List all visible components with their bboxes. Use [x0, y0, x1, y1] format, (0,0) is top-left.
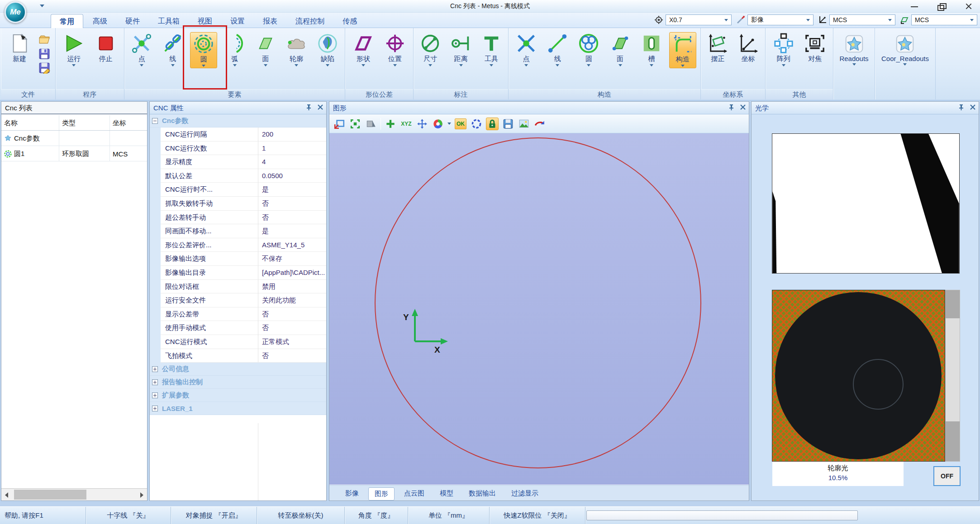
- restore-button[interactable]: [937, 2, 947, 10]
- column-header-name[interactable]: 名称: [1, 115, 59, 130]
- tab-settings[interactable]: 设置: [222, 14, 253, 30]
- run-button[interactable]: 运行: [60, 32, 87, 67]
- color-wheel-button[interactable]: [432, 118, 444, 130]
- property-row[interactable]: 使用手动模式否: [150, 321, 326, 335]
- property-row[interactable]: 运行安全文件关闭此功能: [150, 293, 326, 307]
- gdt-position-button[interactable]: 位置: [381, 32, 409, 67]
- view-tab-graphics[interactable]: 图形: [368, 487, 395, 500]
- view-tab-model[interactable]: 模型: [434, 487, 459, 500]
- status-angle-unit[interactable]: 角度 『度』: [345, 507, 408, 524]
- property-value[interactable]: 1: [258, 142, 326, 156]
- light-off-button[interactable]: OFF: [933, 466, 961, 486]
- property-value[interactable]: 是: [258, 183, 326, 197]
- measured-circle[interactable]: [375, 137, 701, 468]
- property-row[interactable]: 默认公差0.0500: [150, 169, 326, 183]
- property-value[interactable]: 否: [258, 307, 326, 321]
- gdt-shape-button[interactable]: 形状: [350, 32, 377, 67]
- property-value[interactable]: 是: [258, 224, 326, 238]
- property-row[interactable]: 抓取失败转手动否: [150, 197, 326, 211]
- property-category-extended-params[interactable]: 扩展参数: [150, 389, 326, 402]
- property-value[interactable]: 否: [258, 349, 326, 363]
- property-category-company-info[interactable]: 公司信息: [150, 363, 326, 376]
- view-tab-image[interactable]: 影像: [339, 487, 365, 500]
- save-view-button[interactable]: [502, 118, 514, 130]
- light-intensity-slider[interactable]: [945, 290, 960, 462]
- close-icon[interactable]: [740, 104, 746, 110]
- new-button[interactable]: 新建: [6, 32, 33, 64]
- pin-icon[interactable]: [958, 104, 964, 110]
- flip-image-button[interactable]: [365, 118, 377, 130]
- scene-background-button[interactable]: [518, 118, 530, 130]
- magnification-dropdown[interactable]: X0.7: [666, 14, 732, 25]
- property-row[interactable]: 显示公差带否: [150, 307, 326, 321]
- construct-circle-button[interactable]: 圆: [575, 32, 602, 67]
- zoom-window-button[interactable]: [333, 118, 346, 130]
- property-row[interactable]: 限位对话框禁用: [150, 280, 326, 294]
- property-value[interactable]: 否: [258, 197, 326, 211]
- xyz-readout-button[interactable]: XYZ: [400, 118, 413, 130]
- tab-hardware[interactable]: 硬件: [117, 14, 148, 30]
- property-row[interactable]: 影像输出目录[AppPath]\CADPict...: [150, 266, 326, 280]
- distance-button[interactable]: 距离: [447, 32, 475, 67]
- feature-circle-button[interactable]: 圆: [190, 32, 217, 68]
- property-row[interactable]: CNC运行时不...是: [150, 183, 326, 197]
- tab-home[interactable]: 常用: [51, 14, 83, 30]
- feature-line-button[interactable]: 线: [159, 32, 186, 67]
- collapse-icon[interactable]: [152, 118, 158, 124]
- readouts-button[interactable]: Readouts: [839, 32, 868, 66]
- status-length-unit[interactable]: 单位 『mm』: [408, 507, 490, 524]
- property-value[interactable]: 200: [258, 127, 326, 142]
- cnc-list-row-circle1[interactable]: 圆1 环形取圆 MCS: [1, 146, 147, 161]
- coordinate-system-dropdown[interactable]: MCS: [829, 14, 895, 25]
- edge-detection-preview[interactable]: [772, 133, 960, 274]
- property-category-cnc-params[interactable]: Cnc参数: [150, 114, 326, 127]
- expand-icon[interactable]: [152, 406, 158, 411]
- save-as-button[interactable]: [38, 62, 50, 74]
- property-value[interactable]: 禁用: [258, 280, 326, 294]
- property-value[interactable]: [AppPath]\CADPict...: [258, 266, 326, 280]
- feature-defect-button[interactable]: 缺陷: [314, 32, 341, 67]
- feature-point-button[interactable]: 点: [128, 32, 155, 67]
- scroll-left-arrow-icon[interactable]: [1, 489, 13, 500]
- construct-slot-button[interactable]: 槽: [638, 32, 665, 67]
- dropdown-caret-icon[interactable]: [447, 123, 451, 125]
- close-icon[interactable]: [970, 104, 976, 110]
- construct-plane-button[interactable]: 面: [607, 32, 634, 67]
- tab-toolbox[interactable]: 工具箱: [149, 14, 188, 30]
- expand-icon[interactable]: [152, 379, 158, 385]
- status-crosshair-toggle[interactable]: 十字线 『关』: [86, 507, 171, 524]
- property-value[interactable]: ASME_Y14_5: [258, 238, 326, 252]
- property-value[interactable]: 否: [258, 211, 326, 225]
- app-logo[interactable]: Me: [5, 1, 26, 23]
- graphics-canvas[interactable]: Y X: [329, 133, 749, 485]
- view-tab-data-output[interactable]: 数据输出: [463, 487, 502, 500]
- view-tab-pointcloud[interactable]: 点云图: [398, 487, 430, 500]
- property-value[interactable]: 否: [258, 321, 326, 335]
- column-header-coord[interactable]: 坐标: [110, 115, 147, 130]
- fit-view-button[interactable]: [349, 118, 362, 130]
- cnc-list-row-params[interactable]: Cnc参数: [1, 131, 147, 146]
- property-value[interactable]: 关闭此功能: [258, 293, 326, 307]
- property-row[interactable]: CNC运行间隔200: [150, 127, 326, 142]
- property-row[interactable]: 影像输出选项不保存: [150, 252, 326, 266]
- tab-view[interactable]: 视图: [189, 14, 221, 30]
- property-value[interactable]: 0.0500: [258, 169, 326, 183]
- close-button[interactable]: [964, 2, 974, 10]
- save-button[interactable]: [38, 48, 50, 60]
- horizontal-scrollbar[interactable]: [1, 488, 147, 500]
- pan-view-button[interactable]: [416, 118, 428, 130]
- status-z-limit-toggle[interactable]: 快速Z软限位 『关闭』: [490, 507, 585, 524]
- align-button[interactable]: 摆正: [704, 32, 731, 64]
- construct-construct-button[interactable]: 构造: [669, 32, 696, 68]
- camera-view-preview[interactable]: [772, 290, 945, 462]
- property-row[interactable]: CNC运行次数1: [150, 142, 326, 156]
- feature-arc-button[interactable]: 弧: [221, 32, 248, 67]
- redo-button[interactable]: [533, 118, 546, 130]
- dimension-button[interactable]: 尺寸: [417, 32, 444, 67]
- scroll-right-arrow-icon[interactable]: [135, 489, 147, 500]
- property-category-report-output[interactable]: 报告输出控制: [150, 376, 326, 389]
- property-row[interactable]: 飞拍模式否: [150, 349, 326, 363]
- expand-icon[interactable]: [152, 392, 158, 398]
- construct-point-button[interactable]: 点: [513, 32, 540, 67]
- slider-thumb[interactable]: [946, 421, 960, 461]
